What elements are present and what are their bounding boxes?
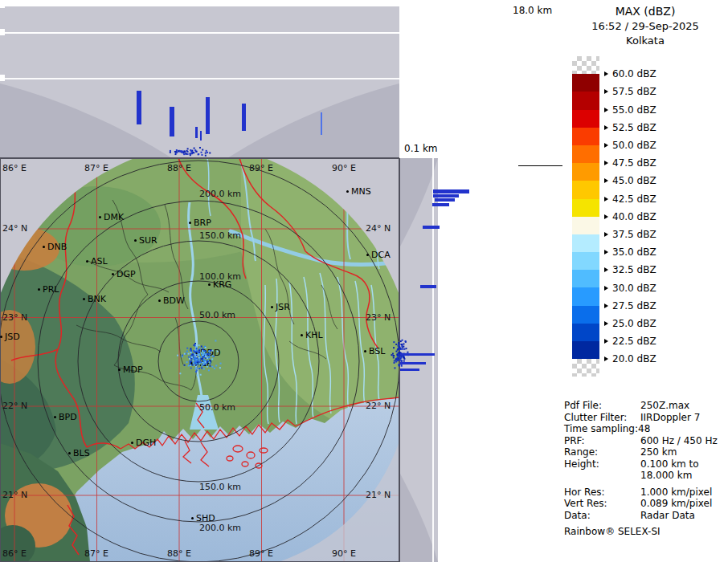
legend-entry: 47.5 dBZ (604, 157, 656, 169)
legend-tick-arrow (604, 303, 608, 308)
lon-label: 89° E (249, 548, 273, 559)
legend-tick-arrow (604, 89, 608, 94)
legend-tick-arrow (604, 125, 608, 130)
city-marker: ALP (190, 358, 211, 369)
info-row: Time sampling:48 (564, 423, 728, 435)
side-profile-panel (399, 158, 562, 562)
city-dot (195, 352, 198, 354)
city-marker: KRG (208, 279, 231, 290)
range-ring-label: 150.0 km (199, 482, 241, 492)
city-marker: DGH (131, 438, 156, 448)
info-row: Range:250 km (564, 446, 728, 458)
info-row: Vert Res:0.089 km/pixel (564, 498, 728, 510)
range-ring-label: 150.0 km (199, 230, 241, 241)
city-label: BSL (369, 346, 385, 356)
city-marker: JSR (271, 302, 290, 312)
city-dot (190, 362, 193, 364)
legend-tick-arrow (604, 356, 608, 361)
city-marker: DGP (112, 269, 136, 279)
legend-tick-arrow (604, 108, 608, 112)
lat-label: 23° N (366, 312, 391, 323)
city-dot (38, 288, 40, 291)
city-label: ALP (195, 358, 211, 369)
height-axis-max-label: 18.0 km (513, 5, 552, 16)
city-marker: DMK (99, 212, 124, 222)
city-label: DMK (104, 212, 124, 222)
city-label: KHL (305, 330, 323, 340)
legend-entry: 60.0 dBZ (604, 68, 656, 79)
info-value: 48 (638, 423, 650, 435)
legend-entry: 27.5 dBZ (604, 300, 656, 312)
legend-entry: 20.0 dBZ (604, 353, 656, 364)
legend-tick-arrow (604, 178, 608, 183)
city-label: BPD (59, 412, 77, 422)
info-value: 0.100 km to (640, 458, 699, 470)
city-marker: MNS (346, 186, 371, 197)
city-dot (68, 452, 71, 454)
city-marker: BNK (83, 294, 106, 304)
info-row: Clutter Filter:IIRDoppler 7 (564, 412, 728, 424)
info-row: Height:0.100 km to (564, 458, 728, 470)
lon-label: 87° E (84, 163, 108, 173)
info-value: 250 km (640, 446, 677, 458)
upper-profile-panel-art (0, 0, 399, 158)
city-marker: BRP (189, 218, 211, 228)
city-marker: PRL (38, 284, 59, 295)
city-marker: BPD (54, 412, 77, 422)
legend-tick-arrow (604, 71, 608, 76)
software-credit: Rainbow® SELEX-SI (564, 526, 728, 538)
legend-entry: 22.5 dBZ (604, 336, 656, 347)
city-label: BDW (163, 295, 185, 306)
legend-entry: 50.0 dBZ (604, 140, 656, 151)
city-dot (118, 369, 121, 371)
lon-label: 89° E (249, 163, 273, 173)
city-dot (83, 298, 85, 300)
city-dot (191, 517, 194, 519)
city-dot (86, 260, 88, 263)
city-label: DCA (371, 250, 391, 260)
lat-label: 22° N (366, 401, 391, 411)
city-dot (301, 334, 303, 336)
city-dot (366, 254, 369, 256)
city-label: KRG (213, 279, 231, 290)
lon-label: 88° E (167, 163, 191, 173)
city-label: DDD (200, 348, 220, 358)
lon-label: 90° E (332, 163, 356, 173)
legend-entry: 57.5 dBZ (604, 86, 656, 97)
info-value: 1.000 km/pixel (640, 487, 712, 499)
range-ring-label: 200.0 km (199, 189, 241, 199)
legend-tick-arrow (604, 267, 608, 272)
lat-label: 22° N (2, 401, 27, 411)
city-dot (134, 239, 137, 242)
legend-entry: 40.0 dBZ (604, 211, 656, 222)
city-dot (208, 283, 211, 286)
lat-label: 24° N (366, 223, 391, 234)
info-row: Data:Radar Data (564, 510, 728, 522)
lon-label: 86° E (2, 163, 27, 173)
legend-tick-arrow (604, 321, 608, 326)
legend-tick-arrow (604, 197, 608, 202)
city-label: MDP (123, 364, 143, 375)
info-label: Vert Res: (564, 498, 640, 510)
city-label: BRP (194, 218, 211, 228)
legend-entry: 52.5 dBZ (604, 122, 656, 133)
range-ring-label: 200.0 km (199, 523, 241, 533)
city-dot (364, 350, 366, 352)
legend-entry: 42.5 dBZ (604, 193, 656, 205)
side-profile-panel-art (399, 158, 562, 562)
city-label: BNK (88, 294, 106, 304)
city-dot (99, 216, 101, 218)
city-marker: JSD (0, 332, 20, 342)
info-label: Height: (564, 458, 640, 470)
legend-tick-arrow (604, 250, 608, 255)
legend-entry: 55.0 dBZ (604, 104, 656, 116)
legend-panel: MAX (dBZ) 16:52 / 29-Sep-2025 Kolkata 60… (562, 0, 728, 562)
info-label: Clutter Filter: (564, 412, 640, 424)
legend-tick-arrow (604, 286, 608, 291)
city-label: SHD (196, 513, 215, 523)
city-label: BLS (73, 448, 90, 458)
info-value: 600 Hz / 450 Hz (640, 435, 718, 447)
city-dot (54, 416, 56, 418)
city-label: MNS (351, 186, 371, 197)
product-info-block: Pdf File:250Z.maxClutter Filter:IIRDoppl… (562, 400, 728, 538)
